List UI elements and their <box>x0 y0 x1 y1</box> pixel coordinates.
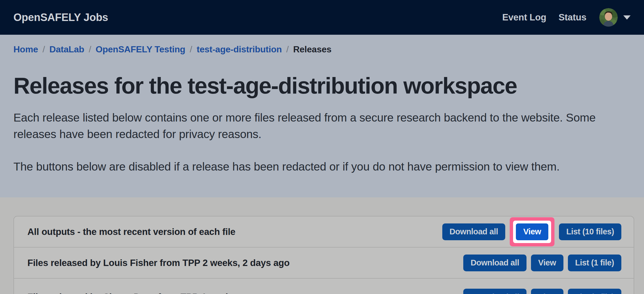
breadcrumb-home[interactable]: Home <box>13 44 38 55</box>
list-files-button[interactable]: List (1 file) <box>568 255 621 271</box>
row-actions: Download all View List (10 files) <box>442 217 621 246</box>
release-row-simon-davy: Files released by Simon Davy from TPP 4 … <box>14 279 634 294</box>
breadcrumb-workspace[interactable]: test-age-distribution <box>197 44 282 55</box>
view-button[interactable]: View <box>531 289 563 294</box>
breadcrumb-separator: / <box>190 44 192 55</box>
release-row-louis-fisher: Files released by Louis Fisher from TPP … <box>14 248 634 279</box>
download-all-button[interactable]: Download all <box>463 289 527 294</box>
release-label: Files released by Louis Fisher from TPP … <box>27 258 290 268</box>
release-row-all-outputs: All outputs - the most recent version of… <box>14 216 634 248</box>
nav-link-status[interactable]: Status <box>559 12 586 23</box>
page-title: Releases for the test-age-distribution w… <box>13 73 631 99</box>
top-navbar: OpenSAFELY Jobs Event Log Status <box>0 0 644 35</box>
breadcrumb-separator: / <box>89 44 91 55</box>
breadcrumb-separator: / <box>43 44 45 55</box>
avatar <box>599 8 618 27</box>
user-menu-toggle[interactable] <box>599 8 631 27</box>
release-label: Files released by Simon Davy from TPP 4 … <box>27 292 254 294</box>
row-actions: Download all View List (1 file) <box>463 255 621 271</box>
caret-down-icon <box>623 15 631 20</box>
intro-paragraph-2: The buttons below are disabled if a rele… <box>13 158 623 175</box>
page: OpenSAFELY Jobs Event Log Status <box>0 0 644 294</box>
navbar-links: Event Log Status <box>490 8 631 27</box>
row-actions: Download all View List (1 file) <box>463 289 621 294</box>
list-files-button[interactable]: List (1 file) <box>568 289 621 294</box>
hero-section: Home / DataLab / OpenSAFELY Testing / te… <box>0 35 644 197</box>
view-button-highlighted[interactable]: View <box>516 223 548 240</box>
breadcrumb: Home / DataLab / OpenSAFELY Testing / te… <box>13 44 631 55</box>
brand-link[interactable]: OpenSAFELY Jobs <box>13 11 108 24</box>
download-all-button[interactable]: Download all <box>442 223 506 240</box>
release-label: All outputs - the most recent version of… <box>27 227 235 237</box>
breadcrumb-separator: / <box>286 44 289 55</box>
breadcrumb-current-releases: Releases <box>293 44 332 55</box>
list-files-button[interactable]: List (10 files) <box>559 223 621 240</box>
nav-link-event-log[interactable]: Event Log <box>502 12 546 23</box>
highlight-annotation-box: View <box>510 217 554 246</box>
download-all-button[interactable]: Download all <box>463 255 527 271</box>
view-button[interactable]: View <box>531 255 563 271</box>
content-area: All outputs - the most recent version of… <box>0 197 644 294</box>
breadcrumb-project[interactable]: OpenSAFELY Testing <box>96 44 185 55</box>
highlight-annotation-ring: View <box>513 221 551 243</box>
breadcrumb-datalab[interactable]: DataLab <box>50 44 84 55</box>
intro-paragraph-1: Each release listed below contains one o… <box>13 109 623 143</box>
releases-card: All outputs - the most recent version of… <box>13 216 634 294</box>
